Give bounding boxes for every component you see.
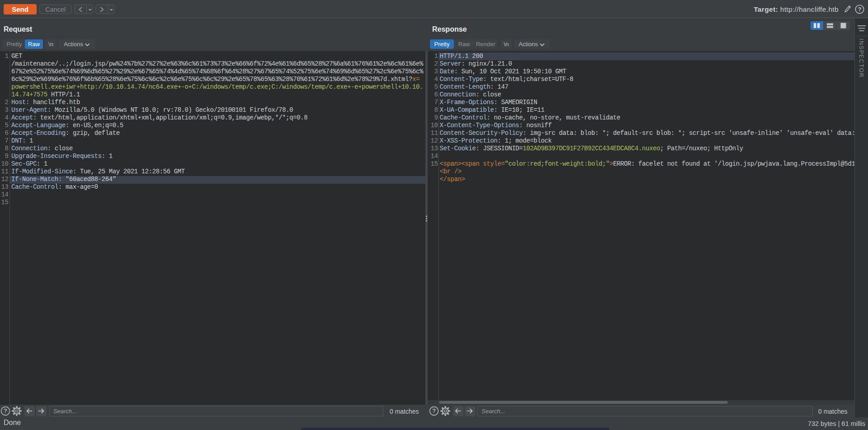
svg-text:?: ? bbox=[432, 407, 436, 414]
svg-text:?: ? bbox=[4, 407, 7, 414]
svg-text:?: ? bbox=[858, 6, 862, 13]
